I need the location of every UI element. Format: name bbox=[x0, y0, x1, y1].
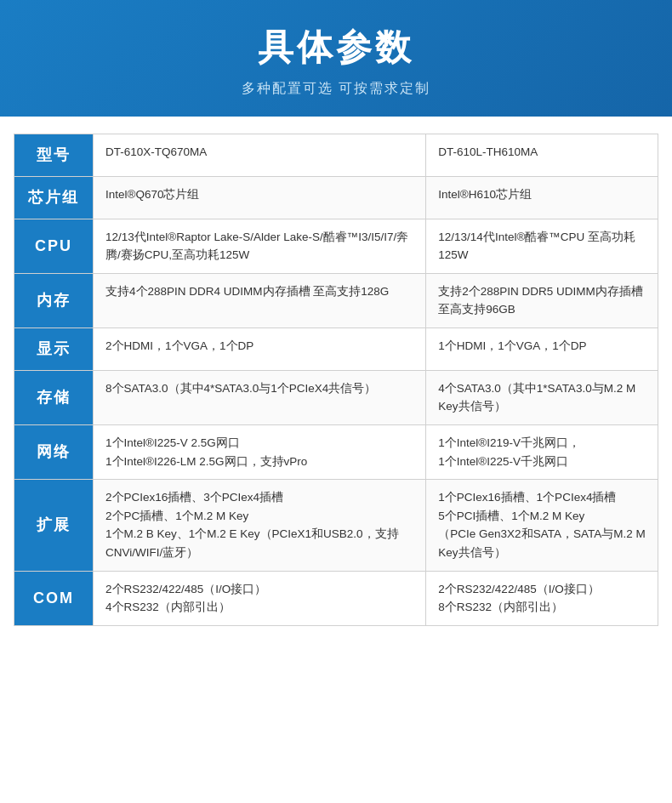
row-col1-6: 1个Intel®I225-V 2.5G网口 1个Intel®I226-LM 2.… bbox=[94, 424, 426, 479]
row-col2-6: 1个Intel®I219-V千兆网口， 1个Intel®I225-V千兆网口 bbox=[426, 424, 658, 479]
row-label-7: 扩展 bbox=[14, 480, 94, 571]
row-col1-2: 12/13代Intel®Raptor Lake-S/Alder Lake-S/酷… bbox=[94, 219, 426, 273]
row-col1-4: 2个HDMI，1个VGA，1个DP bbox=[94, 327, 426, 370]
row-label-5: 存储 bbox=[14, 370, 94, 424]
row-col2-2: 12/13/14代Intel®酷睿™CPU 至高功耗125W bbox=[426, 219, 658, 273]
row-col2-8: 2个RS232/422/485（I/O接口） 8个RS232（内部引出） bbox=[426, 571, 658, 625]
row-col1-0: DT-610X-TQ670MA bbox=[94, 134, 426, 177]
row-col2-5: 4个SATA3.0（其中1*SATA3.0与M.2 M Key共信号） bbox=[426, 370, 658, 424]
row-col2-4: 1个HDMI，1个VGA，1个DP bbox=[426, 327, 658, 370]
row-label-3: 内存 bbox=[14, 273, 94, 327]
row-label-1: 芯片组 bbox=[14, 176, 94, 219]
row-col1-5: 8个SATA3.0（其中4*SATA3.0与1个PCIeX4共信号） bbox=[94, 370, 426, 424]
row-label-4: 显示 bbox=[14, 327, 94, 370]
table-wrapper: 型号DT-610X-TQ670MADT-610L-TH610MA芯片组Intel… bbox=[0, 117, 672, 643]
row-label-6: 网络 bbox=[14, 424, 94, 479]
row-label-8: COM bbox=[14, 571, 94, 625]
header: 具体参数 多种配置可选 可按需求定制 bbox=[0, 0, 672, 117]
row-col1-8: 2个RS232/422/485（I/O接口） 4个RS232（内部引出） bbox=[94, 571, 426, 625]
row-col2-7: 1个PCIex16插槽、1个PCIex4插槽 5个PCI插槽、1个M.2 M K… bbox=[426, 480, 658, 571]
row-label-2: CPU bbox=[14, 219, 94, 273]
row-label-0: 型号 bbox=[14, 134, 94, 177]
row-col2-0: DT-610L-TH610MA bbox=[426, 134, 658, 177]
spec-table: 型号DT-610X-TQ670MADT-610L-TH610MA芯片组Intel… bbox=[14, 134, 658, 626]
row-col2-1: Intel®H610芯片组 bbox=[426, 176, 658, 219]
page-title: 具体参数 bbox=[17, 24, 655, 71]
row-col2-3: 支持2个288PIN DDR5 UDIMM内存插槽 至高支持96GB bbox=[426, 273, 658, 327]
row-col1-3: 支持4个288PIN DDR4 UDIMM内存插槽 至高支持128G bbox=[94, 273, 426, 327]
row-col1-7: 2个PCIex16插槽、3个PCIex4插槽 2个PC插槽、1个M.2 M Ke… bbox=[94, 480, 426, 571]
row-col1-1: Intel®Q670芯片组 bbox=[94, 176, 426, 219]
page-subtitle: 多种配置可选 可按需求定制 bbox=[17, 80, 655, 98]
